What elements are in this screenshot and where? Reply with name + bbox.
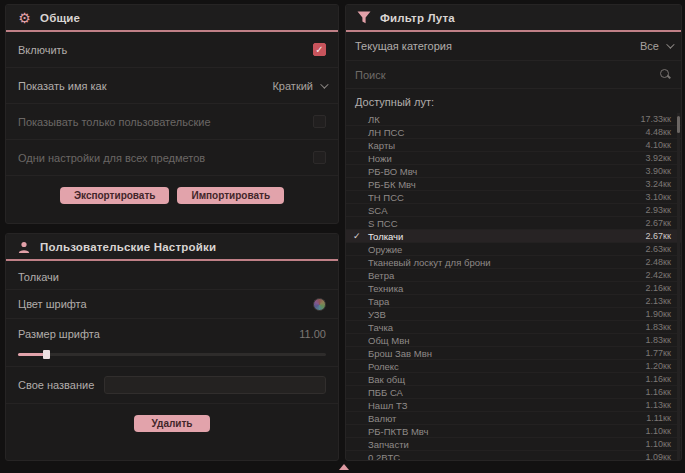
loot-row[interactable]: Ветра2.42кк: [346, 269, 681, 282]
collapse-arrow-icon[interactable]: [339, 464, 349, 470]
loot-item-name: ЛК: [368, 114, 380, 125]
loot-item-price: 4.10кк: [646, 140, 671, 150]
import-button[interactable]: Импортировать: [177, 187, 284, 204]
loot-item-price: 1.13кк: [646, 400, 671, 410]
funnel-icon: [357, 11, 372, 24]
user-icon: [17, 240, 32, 254]
setting-row-enable: Включить ✓: [6, 32, 338, 68]
loot-row[interactable]: Ножи3.92кк: [346, 152, 681, 165]
custom-name-label: Свое название: [18, 379, 94, 391]
available-loot-caption: Доступный лут:: [346, 89, 681, 113]
loot-row[interactable]: Тканевый лоскут для брони2.48кк: [346, 256, 681, 269]
loot-item-name: Тканевый лоскут для брони: [368, 257, 491, 268]
custom-name-row: Свое название: [6, 367, 338, 404]
loot-row[interactable]: ЛН ПСС4.48кк: [346, 126, 681, 139]
search-input[interactable]: Поиск: [355, 69, 385, 81]
loot-row[interactable]: ПББ СА1.16кк: [346, 386, 681, 399]
font-size-value: 11.00: [299, 328, 326, 340]
category-dropdown[interactable]: Все: [640, 40, 672, 52]
custom-name-input[interactable]: [104, 376, 326, 394]
loot-item-name: ТН ПСС: [368, 192, 404, 203]
loot-row[interactable]: Карты4.10кк: [346, 139, 681, 152]
loot-row[interactable]: Тачка1.83кк: [346, 321, 681, 334]
general-panel: ⚙ Общие Включить ✓ Показать имя как Крат…: [5, 4, 339, 224]
loot-item-name: ПББ СА: [368, 387, 403, 398]
enable-checkbox[interactable]: ✓: [313, 43, 326, 56]
same-settings-label: Одни настройки для всех предметов: [18, 152, 205, 164]
loot-row[interactable]: Запчасти1.10кк: [346, 438, 681, 451]
delete-row: Удалить: [6, 404, 338, 432]
checkmark-icon: ✓: [353, 231, 365, 241]
loot-scrollbar[interactable]: [677, 113, 680, 461]
loot-row[interactable]: РБ-БК Мвч3.24кк: [346, 178, 681, 191]
font-color-row: Цвет шрифта: [6, 289, 338, 319]
loot-row[interactable]: Тара2.13кк: [346, 295, 681, 308]
font-size-slider[interactable]: [18, 353, 326, 356]
loot-item-name: Брош Зав Мвн: [368, 348, 432, 359]
loot-row[interactable]: Нашл ТЗ1.13кк: [346, 399, 681, 412]
loot-row[interactable]: SCA2.93кк: [346, 204, 681, 217]
category-row: Текущая категория Все: [346, 32, 681, 61]
name-mode-dropdown[interactable]: Краткий: [272, 80, 326, 92]
general-panel-header: ⚙ Общие: [6, 5, 338, 32]
loot-item-name: РБ-ПКТВ Мвч: [368, 426, 428, 437]
loot-item-price: 2.48кк: [646, 257, 671, 267]
loot-item-price: 2.13кк: [646, 296, 671, 306]
setting-row-same-settings: Одни настройки для всех предметов ✓: [6, 140, 338, 176]
name-mode-label: Показать имя как: [18, 80, 107, 92]
font-size-row: Размер шрифта 11.00: [6, 319, 338, 349]
loot-filter-header: Фильтр Лута: [346, 5, 681, 32]
search-icon[interactable]: [659, 68, 672, 81]
loot-item-name: Валют: [368, 413, 396, 424]
loot-item-price: 1.77кк: [646, 348, 671, 358]
loot-row[interactable]: УЗВ1.90кк: [346, 308, 681, 321]
loot-row[interactable]: Техника2.16кк: [346, 282, 681, 295]
delete-button[interactable]: Удалить: [134, 415, 210, 432]
loot-item-name: Вак общ: [368, 374, 405, 385]
loot-item-price: 1.83кк: [646, 335, 671, 345]
user-settings-header: Пользовательские Настройки: [6, 234, 338, 261]
loot-row[interactable]: Оружие2.63кк: [346, 243, 681, 256]
gear-icon: ⚙: [17, 11, 32, 25]
loot-row[interactable]: РБ-ВО Мвч3.90кк: [346, 165, 681, 178]
loot-row[interactable]: ✓Толкачи2.67кк: [346, 230, 681, 243]
loot-item-name: Толкачи: [368, 231, 403, 242]
loot-row[interactable]: Общ Мвн1.83кк: [346, 334, 681, 347]
loot-row[interactable]: РБ-ПКТВ Мвч1.10кк: [346, 425, 681, 438]
loot-row[interactable]: S ПСС2.67кк: [346, 217, 681, 230]
loot-item-price: 3.10кк: [646, 192, 671, 202]
user-settings-panel: Пользовательские Настройки Толкачи Цвет …: [5, 233, 339, 461]
loot-row[interactable]: 0.2BTC1.09кк: [346, 451, 681, 461]
export-button[interactable]: Экспортировать: [60, 187, 170, 204]
category-label: Текущая категория: [355, 40, 452, 52]
user-only-checkbox[interactable]: ✓: [313, 115, 326, 128]
loot-item-price: 2.16кк: [646, 283, 671, 293]
loot-item-name: УЗВ: [368, 309, 386, 320]
loot-row[interactable]: Валют1.11кк: [346, 412, 681, 425]
import-export-row: Экспортировать Импортировать: [6, 176, 338, 204]
loot-item-price: 1.09кк: [646, 452, 671, 461]
loot-item-name: SCA: [368, 205, 388, 216]
loot-row[interactable]: Ролекс1.20кк: [346, 360, 681, 373]
loot-row[interactable]: Брош Зав Мвн1.77кк: [346, 347, 681, 360]
scrollbar-thumb[interactable]: [677, 116, 680, 133]
loot-item-name: Ножи: [368, 153, 392, 164]
loot-item-price: 3.90кк: [646, 166, 671, 176]
loot-item-name: Тара: [368, 296, 389, 307]
chevron-down-icon: [320, 80, 328, 88]
slider-handle[interactable]: [43, 350, 50, 359]
loot-row[interactable]: ТН ПСС3.10кк: [346, 191, 681, 204]
color-picker-icon[interactable]: [313, 298, 326, 311]
loot-item-price: 1.20кк: [646, 361, 671, 371]
loot-item-name: Ветра: [368, 270, 394, 281]
font-size-slider-wrap: [6, 349, 338, 367]
loot-item-name: Общ Мвн: [368, 335, 410, 346]
loot-item-price: 3.92кк: [646, 153, 671, 163]
loot-item-price: 2.63кк: [646, 244, 671, 254]
category-value: Все: [640, 40, 659, 52]
loot-item-price: 2.42кк: [646, 270, 671, 280]
loot-row[interactable]: Вак общ1.16кк: [346, 373, 681, 386]
loot-item-price: 1.10кк: [646, 439, 671, 449]
loot-row[interactable]: ЛК17.33кк: [346, 113, 681, 126]
same-settings-checkbox[interactable]: ✓: [313, 151, 326, 164]
